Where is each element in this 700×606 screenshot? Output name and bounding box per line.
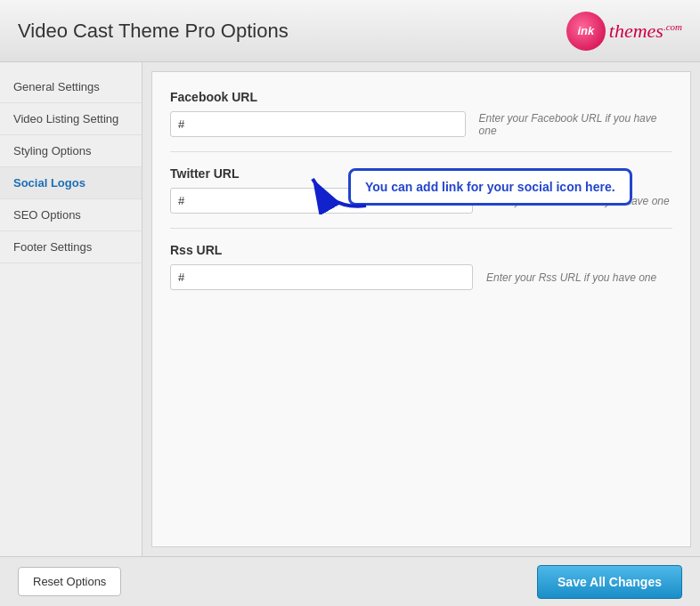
- logo-icon: ink: [566, 12, 606, 51]
- content-area: Facebook URL Enter your Facebook URL if …: [151, 71, 691, 547]
- main-container: General Settings Video Listing Setting S…: [0, 62, 700, 556]
- divider-2: [170, 228, 672, 229]
- divider-1: [170, 151, 672, 152]
- page-header: Video Cast Theme Pro Options ink themes.…: [0, 0, 700, 62]
- logo-brand: themes.com: [609, 20, 682, 43]
- arrow-container: [304, 161, 375, 218]
- facebook-url-input[interactable]: [170, 111, 466, 137]
- sidebar-item-styling-options[interactable]: Styling Options: [0, 135, 142, 167]
- save-all-changes-button[interactable]: Save All Changes: [537, 565, 682, 599]
- logo-dotcom: .com: [663, 20, 682, 31]
- sidebar-item-social-logos[interactable]: Social Logos: [0, 167, 142, 199]
- reset-options-button[interactable]: Reset Options: [18, 567, 121, 596]
- arrow-icon: [304, 161, 375, 214]
- facebook-url-row: Enter your Facebook URL if you have one: [170, 111, 672, 137]
- rss-url-label: Rss URL: [170, 243, 672, 257]
- page-title: Video Cast Theme Pro Options: [18, 20, 289, 43]
- facebook-url-label: Facebook URL: [170, 90, 672, 104]
- logo: ink themes.com: [566, 12, 682, 51]
- sidebar-item-video-listing-setting[interactable]: Video Listing Setting: [0, 103, 142, 135]
- sidebar-item-footer-settings[interactable]: Footer Settings: [0, 231, 142, 263]
- rss-url-hint: Enter your Rss URL if you have one: [486, 271, 656, 284]
- rss-url-row: Enter your Rss URL if you have one: [170, 264, 672, 290]
- facebook-url-hint: Enter your Facebook URL if you have one: [479, 112, 672, 137]
- callout-tooltip: You can add link for your social icon he…: [348, 168, 632, 206]
- sidebar: General Settings Video Listing Setting S…: [0, 62, 142, 556]
- sidebar-item-seo-options[interactable]: SEO Options: [0, 199, 142, 231]
- rss-url-input[interactable]: [170, 264, 473, 290]
- sidebar-item-general-settings[interactable]: General Settings: [0, 71, 142, 103]
- footer: Reset Options Save All Changes: [0, 556, 700, 606]
